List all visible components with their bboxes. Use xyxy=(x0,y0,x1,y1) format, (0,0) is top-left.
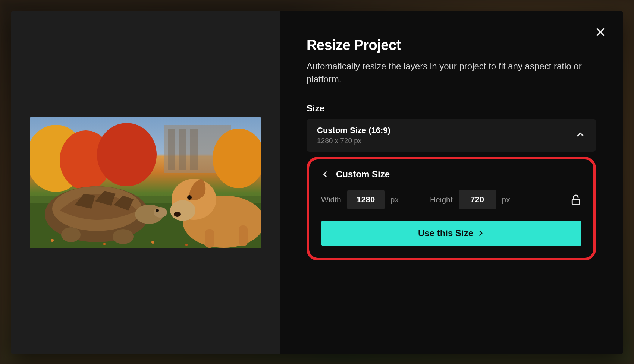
preset-name: Custom Size (16:9) xyxy=(317,126,390,135)
unlock-icon xyxy=(570,193,581,206)
svg-point-14 xyxy=(156,209,159,212)
preset-dimensions: 1280 x 720 px xyxy=(317,137,390,145)
svg-rect-3 xyxy=(190,129,198,170)
svg-rect-22 xyxy=(239,225,248,246)
chevron-right-icon xyxy=(477,230,484,237)
settings-pane: Resize Project Automatically resize the … xyxy=(280,11,623,354)
height-unit: px xyxy=(502,195,510,204)
height-input[interactable] xyxy=(459,190,496,209)
svg-rect-2 xyxy=(179,129,186,170)
svg-point-13 xyxy=(154,207,167,218)
svg-point-25 xyxy=(103,243,106,245)
resize-project-modal: Resize Project Automatically resize the … xyxy=(11,11,623,354)
custom-size-header: Custom Size xyxy=(336,169,390,180)
width-unit: px xyxy=(390,195,399,204)
height-label: Height xyxy=(430,195,453,204)
svg-point-6 xyxy=(97,123,157,186)
chevron-up-icon xyxy=(575,129,586,141)
modal-description: Automatically resize the layers in your … xyxy=(307,60,583,86)
chevron-left-icon xyxy=(321,170,329,178)
size-section-label: Size xyxy=(307,103,596,114)
preview-pane xyxy=(11,11,280,354)
svg-point-19 xyxy=(170,200,195,221)
modal-title: Resize Project xyxy=(307,37,596,53)
svg-point-21 xyxy=(174,212,181,217)
preview-image xyxy=(30,117,261,248)
width-input[interactable] xyxy=(347,190,385,209)
close-icon xyxy=(595,26,606,38)
use-this-size-button[interactable]: Use this Size xyxy=(321,221,581,246)
svg-point-24 xyxy=(51,239,54,242)
aspect-lock-toggle[interactable] xyxy=(570,193,581,206)
dimensions-row: Width px Height px xyxy=(321,190,581,209)
size-preset-dropdown[interactable]: Custom Size (16:9) 1280 x 720 px xyxy=(307,119,596,152)
back-button[interactable] xyxy=(321,170,329,178)
svg-rect-28 xyxy=(572,199,579,205)
svg-point-27 xyxy=(185,244,188,246)
svg-rect-1 xyxy=(168,129,175,170)
svg-point-15 xyxy=(61,227,81,242)
custom-size-panel: Custom Size Width px Height px xyxy=(307,157,596,260)
svg-point-20 xyxy=(187,195,192,200)
use-this-size-label: Use this Size xyxy=(418,228,473,238)
svg-point-26 xyxy=(151,241,154,244)
svg-rect-23 xyxy=(205,229,214,248)
width-label: Width xyxy=(321,195,341,204)
svg-point-16 xyxy=(113,229,134,244)
close-button[interactable] xyxy=(594,25,607,39)
